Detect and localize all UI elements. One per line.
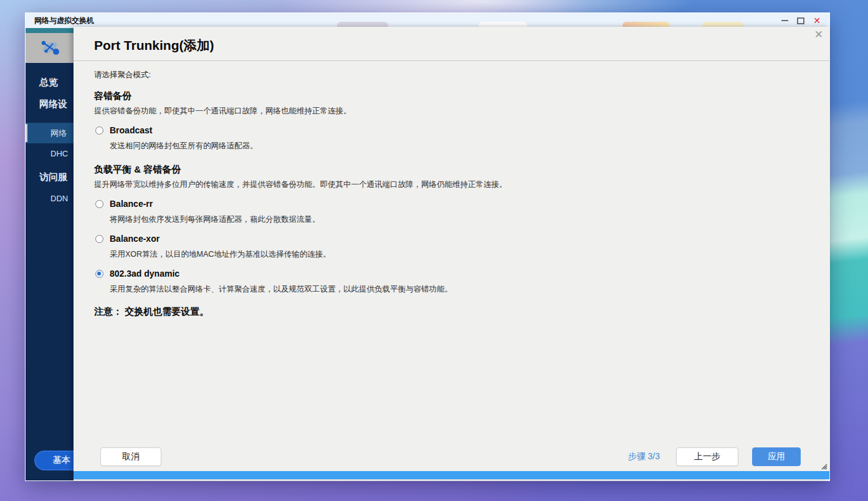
window-title: 网络与虚拟交换机 [34, 16, 94, 26]
window-controls: ✕ [781, 16, 821, 25]
radio-option-label: Broadcast [110, 125, 152, 135]
maximize-icon[interactable] [797, 17, 804, 24]
radio-icon[interactable] [95, 200, 103, 208]
sidebar-header-strip [26, 28, 74, 33]
sidebar-item-network-selected[interactable]: 网络 [26, 123, 74, 143]
radio-option-description: 采用复杂的算法以整合网络卡、计算聚合速度，以及规范双工设置，以此提供负载平衡与容… [110, 284, 809, 295]
app-icon-box [26, 33, 74, 63]
mode-prompt: 请选择聚合模式: [94, 70, 809, 80]
sidebar-nav: 总览 网络设 网络 DHC 访问服 DDN [26, 63, 74, 209]
sidebar-item-overview[interactable]: 总览 [26, 72, 74, 93]
dialog-title: Port Trunking(添加) [94, 37, 214, 54]
group-heading-failover: 容错备份 [94, 90, 809, 102]
cancel-button[interactable]: 取消 [100, 447, 161, 466]
radio-icon[interactable] [95, 126, 103, 135]
radio-option-broadcast[interactable]: Broadcast [94, 125, 809, 135]
dialog-header: Port Trunking(添加) ✕ [74, 27, 829, 61]
radio-option-description: 发送相同的网络封包至所有的网络适配器。 [110, 141, 809, 151]
radio-option-description: 将网络封包依序发送到每张网络适配器，藉此分散数据流量。 [110, 214, 809, 225]
minimize-icon[interactable] [781, 20, 788, 21]
port-trunking-dialog: Port Trunking(添加) ✕ 请选择聚合模式: 容错备份 提供容错备份… [74, 27, 829, 479]
radio-icon[interactable] [95, 235, 103, 243]
dialog-bottom-strip [74, 471, 829, 479]
group-heading-balance-failover: 负载平衡 & 容错备份 [94, 164, 809, 176]
radio-icon-checked[interactable] [95, 270, 103, 278]
radio-option-balance-xor[interactable]: Balance-xor [94, 234, 809, 244]
switch-note: 注意： 交换机也需要设置。 [94, 306, 809, 318]
sidebar-item-network-settings[interactable]: 网络设 [26, 93, 74, 115]
group-description: 提供容错备份功能，即使其中一个通讯端口故障，网络也能维持正常连接。 [94, 106, 809, 117]
radio-option-label: Balance-xor [110, 234, 160, 244]
window-close-icon[interactable]: ✕ [813, 16, 821, 25]
back-button[interactable]: 上一步 [676, 447, 738, 466]
dialog-footer: 取消 步骤 3/3 上一步 应用 [74, 442, 829, 471]
sidebar-item-dhcp[interactable]: DHC [26, 143, 74, 164]
network-app-icon [37, 38, 63, 58]
radio-option-label: 802.3ad dynamic [110, 269, 179, 279]
app-window: 网络与虚拟交换机 ✕ 总览 网络设 网络 DHC 访 [25, 12, 830, 481]
radio-option-8023ad-dynamic[interactable]: 802.3ad dynamic [94, 269, 809, 279]
dialog-close-icon[interactable]: ✕ [814, 28, 823, 41]
sidebar-item-access-services[interactable]: 访问服 [26, 166, 74, 188]
radio-option-balance-rr[interactable]: Balance-rr [94, 199, 809, 209]
group-description: 提升网络带宽以维持多位用户的传输速度，并提供容错备份功能。即使其中一个通讯端口故… [94, 179, 809, 190]
sidebar-item-ddns[interactable]: DDN [26, 188, 74, 209]
radio-option-description: 采用XOR算法，以目的地MAC地址作为基准以选择传输的连接。 [110, 249, 809, 260]
resize-handle-icon[interactable] [820, 462, 827, 470]
apply-button[interactable]: 应用 [752, 447, 801, 466]
footer-right-group: 步骤 3/3 上一步 应用 [628, 447, 801, 466]
sidebar: 总览 网络设 网络 DHC 访问服 DDN 基本 [26, 28, 74, 480]
radio-option-label: Balance-rr [110, 199, 153, 209]
step-indicator: 步骤 3/3 [628, 451, 660, 462]
basic-mode-button[interactable]: 基本 [34, 451, 74, 470]
dialog-body: 请选择聚合模式: 容错备份 提供容错备份功能，即使其中一个通讯端口故障，网络也能… [74, 61, 829, 318]
